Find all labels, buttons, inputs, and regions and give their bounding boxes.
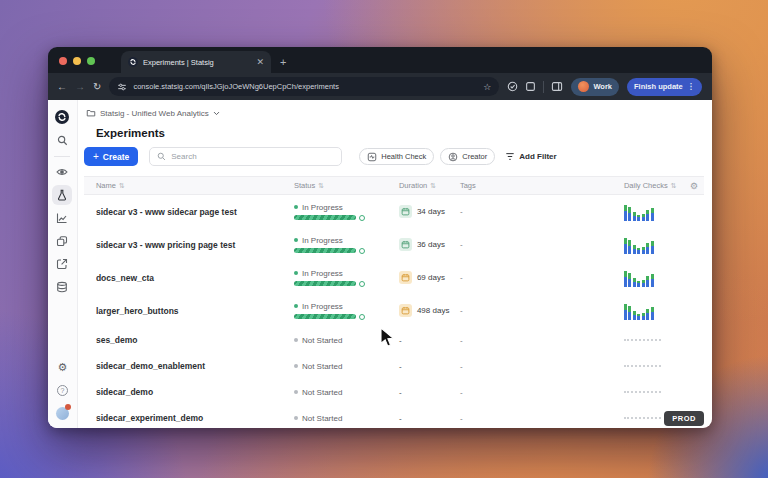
experiment-name[interactable]: larger_hero_buttons	[96, 306, 294, 316]
controls-row: + Create Search Health Check	[84, 147, 704, 166]
status-label: In Progress	[302, 236, 343, 245]
tab-close-icon[interactable]: ✕	[256, 58, 264, 67]
table-row[interactable]: larger_hero_buttons In Progress 498 days…	[84, 294, 704, 327]
experiment-name[interactable]: sidecar_demo_enablement	[96, 361, 294, 371]
kebab-menu-icon[interactable]: ⋮	[687, 82, 695, 91]
experiment-name[interactable]: sidecar v3 - www pricing page test	[96, 240, 294, 250]
folder-icon	[86, 108, 96, 118]
status-label: Not Started	[302, 336, 342, 345]
user-avatar[interactable]	[56, 407, 69, 420]
table-settings-gear-icon[interactable]: ⚙	[690, 181, 698, 191]
breadcrumb[interactable]: Statsig - Unified Web Analytics	[86, 108, 704, 118]
experiment-name[interactable]: docs_new_cta	[96, 273, 294, 283]
column-header-tags[interactable]: Tags	[460, 181, 624, 190]
settings-gear-icon[interactable]: ⚙	[52, 357, 72, 377]
duration-icon	[399, 205, 412, 218]
forward-icon: →	[75, 82, 85, 92]
creator-label: Creator	[462, 152, 487, 161]
tab-title: Experiments | Statsig	[143, 58, 251, 67]
creator-filter[interactable]: Creator	[440, 148, 495, 165]
add-filter-label: Add Filter	[519, 152, 556, 161]
column-header-status[interactable]: Status⇅	[294, 181, 399, 190]
status-progress	[294, 215, 399, 221]
progress-ring-icon	[359, 314, 365, 320]
duration-cell: 34 days	[399, 205, 460, 218]
sidebar-item-feature-gates[interactable]	[52, 162, 72, 182]
prod-badge: PROD	[664, 411, 704, 426]
create-button[interactable]: + Create	[84, 147, 138, 166]
duration-cell: -	[399, 336, 460, 345]
sidebar-item-console[interactable]	[52, 277, 72, 297]
table-row[interactable]: sidecar_experiment_demo Not Started - -	[84, 405, 704, 428]
add-filter-button[interactable]: Add Filter	[505, 152, 556, 161]
table-row[interactable]: sidecar_demo_enablement Not Started - -	[84, 353, 704, 379]
new-tab-button[interactable]: +	[280, 56, 286, 68]
bookmark-star-icon[interactable]: ☆	[483, 82, 491, 92]
status-label: In Progress	[302, 269, 343, 278]
table-row[interactable]: sidecar_demo Not Started - -	[84, 379, 704, 405]
search-icon[interactable]	[52, 130, 72, 150]
search-input[interactable]: Search	[149, 147, 342, 166]
sort-icon[interactable]: ⇅	[119, 182, 125, 190]
zoom-window-button[interactable]	[87, 57, 95, 65]
address-bar[interactable]: console.statsig.com/qIlsJGjoJOeWNg6UepCp…	[109, 77, 499, 96]
status-dot	[294, 304, 298, 308]
close-window-button[interactable]	[59, 57, 67, 65]
sort-icon[interactable]: ⇅	[318, 182, 324, 190]
reload-icon[interactable]: ↻	[93, 82, 101, 92]
box-icon[interactable]	[525, 81, 536, 92]
duration-value: 36 days	[417, 240, 445, 249]
table-row[interactable]: docs_new_cta In Progress 69 days -	[84, 261, 704, 294]
statsig-favicon	[128, 57, 138, 67]
status-cell: In Progress	[294, 302, 399, 320]
profile-button[interactable]: Work	[571, 78, 619, 96]
help-icon[interactable]: ?	[52, 380, 72, 400]
person-icon	[448, 152, 458, 162]
status-label: Not Started	[302, 414, 342, 423]
experiment-name[interactable]: ses_demo	[96, 335, 294, 345]
tags-value: -	[460, 207, 624, 216]
statsig-logo[interactable]	[52, 107, 72, 127]
profile-avatar	[578, 81, 589, 92]
sidebar-item-metrics[interactable]	[52, 208, 72, 228]
duration-value: -	[399, 414, 402, 423]
tags-value: -	[460, 336, 624, 345]
daily-checks-chart	[624, 302, 690, 320]
progress-bar	[294, 281, 356, 286]
column-header-duration[interactable]: Duration⇅	[399, 181, 460, 190]
experiments-page: Statsig - Unified Web Analytics Experime…	[78, 100, 712, 428]
sort-icon[interactable]: ⇅	[671, 182, 677, 190]
experiment-name[interactable]: sidecar_experiment_demo	[96, 413, 294, 423]
daily-checks-chart	[624, 236, 690, 254]
sidebar-item-export[interactable]	[52, 254, 72, 274]
health-check-filter[interactable]: Health Check	[359, 148, 434, 165]
sidebar-item-experiments[interactable]	[52, 185, 72, 205]
table-row[interactable]: sidecar v3 - www pricing page test In Pr…	[84, 228, 704, 261]
chart-line-icon	[56, 212, 68, 224]
back-icon[interactable]: ←	[57, 82, 67, 92]
extension-check-icon[interactable]	[507, 81, 518, 92]
finish-update-button[interactable]: Finish update ⋮	[627, 78, 702, 96]
side-panel-icon[interactable]	[551, 81, 563, 92]
browser-window: Experiments | Statsig ✕ + ← → ↻ console.…	[48, 47, 712, 428]
filter-icon	[505, 152, 515, 161]
duration-value: 34 days	[417, 207, 445, 216]
site-info-icon[interactable]	[117, 82, 127, 92]
minimize-window-button[interactable]	[73, 57, 81, 65]
status-dot	[294, 390, 298, 394]
daily-checks-cell	[624, 203, 690, 221]
tags-value: -	[460, 362, 624, 371]
flask-icon	[56, 189, 68, 201]
browser-tab[interactable]: Experiments | Statsig ✕	[121, 51, 271, 73]
status-dot	[294, 205, 298, 209]
table-row[interactable]: sidecar v3 - www sidecar page test In Pr…	[84, 195, 704, 228]
column-header-name[interactable]: Name⇅	[96, 181, 294, 190]
sidebar-item-segments[interactable]	[52, 231, 72, 251]
experiment-name[interactable]: sidecar_demo	[96, 387, 294, 397]
breadcrumb-label: Statsig - Unified Web Analytics	[100, 109, 209, 118]
experiment-name[interactable]: sidecar v3 - www sidecar page test	[96, 207, 294, 217]
sort-icon[interactable]: ⇅	[430, 182, 436, 190]
column-header-daily-checks[interactable]: Daily Checks⇅	[624, 181, 690, 190]
sidebar-bottom-group: ⚙ ?	[52, 357, 72, 420]
progress-ring-icon	[359, 215, 365, 221]
